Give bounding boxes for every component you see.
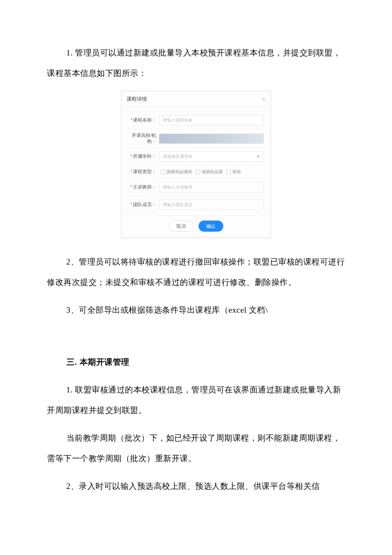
row-subject: *所属学科： 请选择所属学科 bbox=[128, 148, 264, 166]
checkbox-national[interactable]: 国家精品课程 bbox=[161, 169, 192, 175]
label-course-name: *课程名称： bbox=[128, 117, 159, 123]
modal-body: *课程名称： 请输入课程名称 开课高校/机构： *所属学科： 请选择所属学科 *… bbox=[121, 108, 271, 215]
subject-select[interactable]: 请选择所属学科 bbox=[159, 151, 264, 162]
row-course-type: *课程类型： 国家精品课程 省级精品课 其他 bbox=[128, 166, 264, 179]
label-team: *团队成员： bbox=[128, 202, 159, 208]
paragraph-1: 1. 管理员可以通过新建或批量导入本校预开课程基本信息，并提交到联盟，课程基本信… bbox=[47, 43, 345, 83]
paragraph-3: 3、可全部导出或根据筛选条件导出课程库（excel 文档\ bbox=[47, 300, 345, 320]
team-input[interactable]: 请输入团队成员 bbox=[159, 200, 264, 210]
paragraph-5: 当前教学周期（批次）下，如已经开设了周期课程，则不能新建周期课程，需等下一个教学… bbox=[47, 428, 345, 468]
row-teacher: *主讲教师： 请输入主讲教师 bbox=[128, 179, 264, 196]
checkbox-icon bbox=[161, 170, 165, 174]
checkbox-provincial[interactable]: 省级精品课 bbox=[196, 169, 223, 175]
cancel-button[interactable]: 取消 bbox=[169, 221, 193, 232]
label-subject: *所属学科： bbox=[128, 154, 159, 160]
label-teacher: *主讲教师： bbox=[128, 184, 159, 190]
modal-title: 课程详情 bbox=[127, 96, 147, 103]
course-name-input[interactable]: 请输入课程名称 bbox=[159, 115, 264, 125]
label-course-type: *课程类型： bbox=[128, 169, 159, 175]
modal-header: 课程详情 × bbox=[121, 91, 271, 108]
label-open-school: 开课高校/机构： bbox=[128, 133, 159, 144]
chevron-down-icon bbox=[257, 156, 260, 158]
close-icon[interactable]: × bbox=[262, 96, 265, 103]
modal-container: 课程详情 × *课程名称： 请输入课程名称 开课高校/机构： *所属学科： 请选… bbox=[47, 91, 345, 238]
course-type-checkboxes: 国家精品课程 省级精品课 其他 bbox=[159, 169, 264, 175]
checkbox-icon bbox=[196, 170, 200, 174]
checkbox-icon bbox=[226, 170, 231, 174]
checkbox-other[interactable]: 其他 bbox=[226, 169, 241, 175]
open-school-field[interactable] bbox=[159, 134, 264, 144]
row-team: *团队成员： 请输入团队成员 bbox=[128, 196, 264, 213]
modal-footer: 取消 确认 bbox=[121, 215, 271, 238]
ok-button[interactable]: 确认 bbox=[199, 221, 223, 232]
row-open-school: 开课高校/机构： bbox=[128, 129, 264, 148]
paragraph-6: 2、录入时可以输入预选高校上限、预选人数上限、供课平台等相关信 bbox=[47, 476, 345, 497]
row-course-name: *课程名称： 请输入课程名称 bbox=[128, 112, 264, 129]
teacher-input[interactable]: 请输入主讲教师 bbox=[159, 182, 264, 192]
course-detail-modal: 课程详情 × *课程名称： 请输入课程名称 开课高校/机构： *所属学科： 请选… bbox=[121, 91, 271, 238]
paragraph-2: 2、管理员可以将待审核的课程进行撤回审核操作；联盟已审核的课程可进行修改再次提交… bbox=[47, 252, 345, 292]
paragraph-4: 1. 联盟审核通过的本校课程信息，管理员可在该界面通过新建或批量导入新开周期课程… bbox=[47, 380, 345, 420]
heading-section-3: 三. 本期开课管理 bbox=[47, 352, 345, 372]
